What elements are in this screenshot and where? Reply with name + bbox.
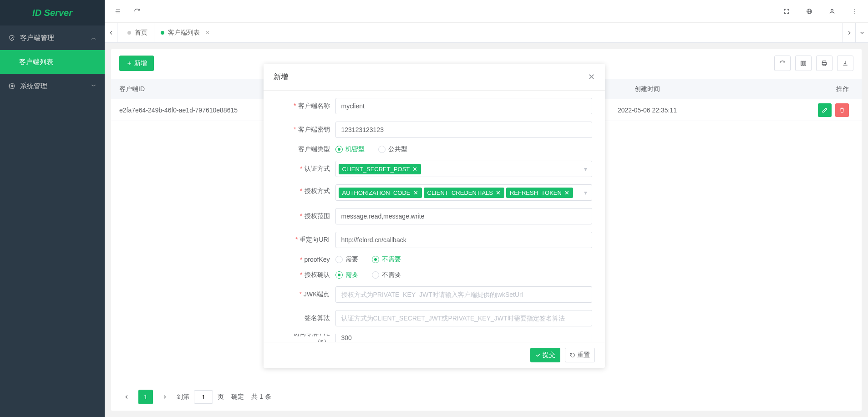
reset-button[interactable]: 重置 <box>565 348 595 362</box>
caret-down-icon: ▾ <box>584 165 587 173</box>
input-redirect-uri[interactable] <box>335 232 592 248</box>
caret-down-icon: ▾ <box>584 189 587 196</box>
input-client-name[interactable] <box>335 98 592 114</box>
tag-grant-type: REFRESH_TOKEN✕ <box>506 188 573 198</box>
label-auth-method: 认证方式 <box>305 165 330 172</box>
label-access-ttl: 访问令牌TTL（s） <box>293 334 330 342</box>
label-client-type: 客户端类型 <box>298 145 330 153</box>
close-icon[interactable]: ✕ <box>588 72 595 82</box>
submit-button[interactable]: 提交 <box>530 348 560 362</box>
modal-mask: 新增 ✕ *客户端名称 *客户端密钥 客户端类型 机密型 公共型 <box>0 0 868 417</box>
tag-remove-icon[interactable]: ✕ <box>413 189 418 196</box>
label-grant-type: 授权方式 <box>305 187 330 194</box>
radio-consent-yes[interactable]: 需要 <box>335 271 358 279</box>
modal-title: 新增 <box>274 72 288 82</box>
label-sign-alg: 签名算法 <box>305 314 330 321</box>
radio-client-type-confidential[interactable]: 机密型 <box>335 145 365 153</box>
input-sign-alg[interactable] <box>335 310 592 326</box>
tag-grant-type: AUTHORIZATION_CODE✕ <box>339 188 422 198</box>
radio-proofkey-no[interactable]: 不需要 <box>372 255 401 264</box>
label-jwk: JWK端点 <box>304 290 330 298</box>
input-scope[interactable] <box>335 208 592 224</box>
label-client-name: 客户端名称 <box>298 102 330 109</box>
label-client-secret: 客户端密钥 <box>298 126 330 133</box>
input-access-ttl[interactable] <box>335 334 592 342</box>
reset-label: 重置 <box>577 351 590 359</box>
label-redirect-uri: 重定向URI <box>299 236 330 243</box>
add-modal: 新增 ✕ *客户端名称 *客户端密钥 客户端类型 机密型 公共型 <box>264 64 605 368</box>
select-grant-type[interactable]: AUTHORIZATION_CODE✕ CLIENT_CREDENTIALS✕ … <box>335 184 592 201</box>
input-client-secret[interactable] <box>335 122 592 138</box>
label-consent: 授权确认 <box>305 271 330 278</box>
tag-remove-icon[interactable]: ✕ <box>412 166 417 173</box>
label-proofkey: proofKey <box>304 256 330 263</box>
tag-remove-icon[interactable]: ✕ <box>496 189 501 196</box>
radio-proofkey-yes[interactable]: 需要 <box>335 255 358 264</box>
radio-consent-no[interactable]: 不需要 <box>372 271 401 279</box>
input-jwk[interactable] <box>335 286 592 303</box>
radio-client-type-public[interactable]: 公共型 <box>378 145 407 153</box>
tag-auth-method: CLIENT_SECRET_POST✕ <box>339 164 421 174</box>
select-auth-method[interactable]: CLIENT_SECRET_POST✕ ▾ <box>335 161 592 177</box>
tag-grant-type: CLIENT_CREDENTIALS✕ <box>424 188 504 198</box>
submit-label: 提交 <box>543 351 555 359</box>
tag-remove-icon[interactable]: ✕ <box>564 189 569 196</box>
label-scope: 授权范围 <box>305 212 330 219</box>
